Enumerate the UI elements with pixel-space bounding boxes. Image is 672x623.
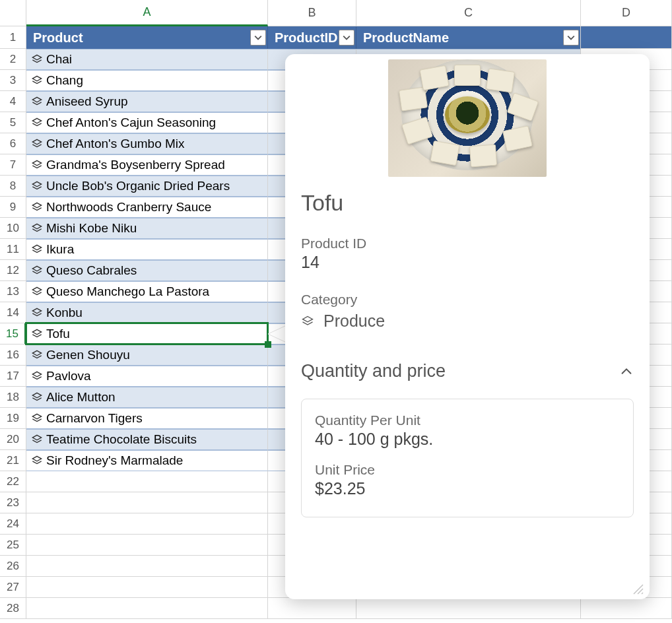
cell-product[interactable]: Chef Anton's Cajun Seasoning — [26, 112, 268, 133]
cell-product-text: Konbu — [46, 306, 83, 320]
header-product-name[interactable]: ProductName — [356, 26, 581, 49]
chevron-down-icon — [343, 34, 351, 42]
linked-entity-icon — [30, 327, 44, 341]
row-header-4[interactable]: 4 — [0, 91, 26, 112]
row-header-25[interactable]: 25 — [0, 535, 26, 556]
row-header-15[interactable]: 15 — [0, 323, 26, 344]
select-all-corner[interactable] — [0, 0, 26, 26]
row-header-19[interactable]: 19 — [0, 408, 26, 429]
data-type-card: Tofu Product ID 14 Category Produce Quan… — [285, 54, 650, 599]
row-header-28[interactable]: 28 — [0, 598, 26, 619]
resize-grip-icon[interactable] — [631, 582, 644, 595]
card-title: Tofu — [301, 190, 634, 216]
cell[interactable] — [581, 598, 672, 619]
spreadsheet-app: ABCD 12345678910111213141516171819202122… — [0, 0, 672, 623]
row-header-22[interactable]: 22 — [0, 471, 26, 492]
row-header-11[interactable]: 11 — [0, 239, 26, 260]
cell-d1[interactable] — [581, 26, 672, 49]
card-product-id-label: Product ID — [301, 236, 634, 251]
cell-product-text: Aniseed Syrup — [46, 94, 128, 109]
cell-product-text: Alice Mutton — [46, 390, 116, 405]
svg-line-2 — [642, 593, 643, 594]
row-header-17[interactable]: 17 — [0, 366, 26, 387]
cell-product[interactable]: Carnarvon Tigers — [26, 408, 268, 429]
cell-product[interactable]: Genen Shouyu — [26, 344, 268, 366]
cell-product[interactable]: Alice Mutton — [26, 387, 268, 408]
row-header-5[interactable]: 5 — [0, 112, 26, 133]
cell-product[interactable]: Northwoods Cranberry Sauce — [26, 197, 268, 218]
card-category-value: Produce — [323, 312, 385, 331]
row-header-20[interactable]: 20 — [0, 429, 26, 450]
column-header-B[interactable]: B — [268, 0, 356, 26]
card-product-id-value: 14 — [301, 253, 634, 272]
cell-product[interactable]: Tofu — [26, 323, 268, 344]
row-header-12[interactable]: 12 — [0, 260, 26, 281]
cell[interactable] — [26, 598, 268, 619]
header-product-id[interactable]: ProductID — [268, 26, 356, 49]
cell-product[interactable]: Sir Rodney's Marmalade — [26, 450, 268, 471]
row-header-9[interactable]: 9 — [0, 197, 26, 218]
cell-product-text: Grandma's Boysenberry Spread — [46, 158, 225, 172]
cell[interactable] — [26, 577, 268, 598]
card-section-header[interactable]: Quantity and price — [301, 361, 634, 381]
row-header-26[interactable]: 26 — [0, 556, 26, 577]
row-header-18[interactable]: 18 — [0, 387, 26, 408]
row-header-2[interactable]: 2 — [0, 49, 26, 70]
cell[interactable] — [26, 471, 268, 492]
column-header-D[interactable]: D — [581, 0, 672, 26]
row-header-7[interactable]: 7 — [0, 154, 26, 176]
row-header-24[interactable]: 24 — [0, 513, 26, 535]
cell[interactable] — [268, 598, 356, 619]
cell[interactable] — [26, 513, 268, 535]
cell-product[interactable]: Mishi Kobe Niku — [26, 218, 268, 239]
unit-price-value: $23.25 — [315, 479, 620, 498]
column-header-A[interactable]: A — [26, 0, 268, 26]
row-header-8[interactable]: 8 — [0, 176, 26, 197]
cell-product[interactable]: Aniseed Syrup — [26, 91, 268, 112]
cell-product[interactable]: Chef Anton's Gumbo Mix — [26, 133, 268, 154]
linked-entity-icon — [30, 433, 44, 446]
cell-product[interactable]: Queso Manchego La Pastora — [26, 281, 268, 302]
filter-button-product[interactable] — [250, 30, 266, 46]
cell-product[interactable]: Queso Cabrales — [26, 260, 268, 281]
svg-line-0 — [634, 585, 643, 594]
linked-entity-icon — [30, 201, 44, 214]
cell-product[interactable]: Ikura — [26, 239, 268, 260]
table-row-empty[interactable] — [26, 598, 672, 619]
cell-product[interactable]: Uncle Bob's Organic Dried Pears — [26, 176, 268, 197]
cell[interactable] — [26, 556, 268, 577]
linked-entity-icon — [30, 95, 44, 108]
cell-product[interactable]: Konbu — [26, 302, 268, 323]
qpu-value: 40 - 100 g pkgs. — [315, 430, 620, 449]
filter-button-product-id[interactable] — [339, 30, 354, 46]
cell-product[interactable]: Grandma's Boysenberry Spread — [26, 154, 268, 176]
header-product[interactable]: Product — [26, 26, 268, 49]
row-header-13[interactable]: 13 — [0, 281, 26, 302]
row-header-16[interactable]: 16 — [0, 344, 26, 366]
row-header-3[interactable]: 3 — [0, 70, 26, 91]
cell-product[interactable]: Pavlova — [26, 366, 268, 387]
card-category-row[interactable]: Produce — [301, 312, 634, 331]
row-header-10[interactable]: 10 — [0, 218, 26, 239]
cell-product[interactable]: Chang — [26, 70, 268, 91]
row-header-27[interactable]: 27 — [0, 577, 26, 598]
column-header-C[interactable]: C — [356, 0, 581, 26]
row-headers: 1234567891011121314151617181920212223242… — [0, 26, 26, 619]
cell-product[interactable]: Teatime Chocolate Biscuits — [26, 429, 268, 450]
row-header-23[interactable]: 23 — [0, 492, 26, 513]
cell[interactable] — [26, 492, 268, 513]
row-header-14[interactable]: 14 — [0, 302, 26, 323]
row-header-6[interactable]: 6 — [0, 133, 26, 154]
linked-entity-icon — [30, 74, 44, 87]
linked-entity-icon — [30, 306, 44, 319]
filter-button-product-name[interactable] — [563, 30, 579, 46]
linked-entity-icon — [30, 158, 44, 172]
row-header-21[interactable]: 21 — [0, 450, 26, 471]
linked-entity-icon — [30, 348, 44, 362]
cell-product[interactable]: Chai — [26, 49, 268, 70]
cell[interactable] — [356, 598, 581, 619]
row-header-1[interactable]: 1 — [0, 26, 26, 49]
cell-product-text: Mishi Kobe Niku — [46, 221, 137, 236]
cell[interactable] — [26, 535, 268, 556]
cell-product-text: Sir Rodney's Marmalade — [46, 453, 183, 468]
